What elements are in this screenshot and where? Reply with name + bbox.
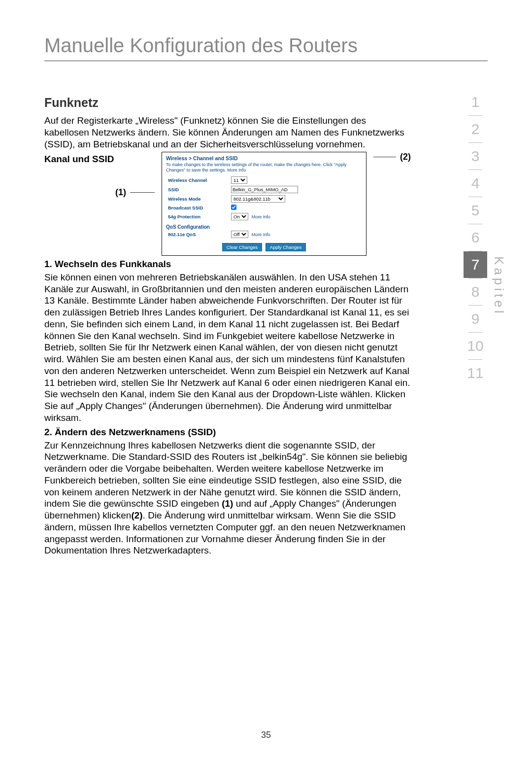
- section-intro-text: Auf der Registerkarte „Wireless" (Funkne…: [44, 115, 411, 150]
- sub2-callout-2: (2): [131, 510, 142, 520]
- router-settings-table: Wireless Channel 11 SSID Wireless Mode: [166, 175, 362, 221]
- chapter-number-9[interactable]: 9: [464, 306, 487, 332]
- figure-left-column: Kanal und SSID (1): [44, 152, 155, 198]
- subheading-1: 1. Wechseln des Funkkanals: [44, 259, 411, 270]
- page-number: 35: [0, 730, 532, 740]
- chapter-number-10[interactable]: 10: [464, 333, 487, 359]
- chapter-number-1[interactable]: 1: [464, 89, 487, 115]
- chapter-number-8[interactable]: 8: [464, 278, 487, 305]
- sub2-callout-1: (1): [222, 498, 233, 509]
- clear-changes-button[interactable]: Clear Changes: [222, 243, 262, 251]
- callout-1-label: (1): [115, 187, 126, 198]
- router-hint-text: To make changes to the wireless settings…: [166, 162, 362, 173]
- callout-2: (2): [373, 152, 411, 183]
- callout-2-label: (2): [400, 152, 411, 162]
- sub2-body: Zur Kennzeichnung Ihres kabellosen Netzw…: [44, 440, 411, 557]
- sub1-body: Sie können einen von mehreren Betriebska…: [44, 272, 411, 424]
- chapter-number-6[interactable]: 6: [464, 224, 487, 251]
- chapter-number-7[interactable]: 7: [464, 251, 487, 278]
- chapter-number-11[interactable]: 11: [464, 360, 487, 386]
- chapter-sidebar: 1234567891011 Kapitel: [464, 89, 506, 386]
- select-54g-protection[interactable]: On: [231, 213, 248, 220]
- callout-2-line: [373, 157, 396, 157]
- kanal-ssid-heading: Kanal und SSID: [44, 154, 155, 165]
- apply-changes-button[interactable]: Apply Changes: [266, 243, 306, 251]
- figure-row: Kanal und SSID (1) Wireless > Channel an…: [44, 152, 411, 256]
- select-wireless-channel[interactable]: 11: [231, 176, 247, 184]
- router-qos-table: 802.11e QoS Off More Info: [166, 230, 362, 239]
- router-admin-screenshot: Wireless > Channel and SSID To make chan…: [162, 152, 366, 256]
- chapter-number-list: 1234567891011: [464, 89, 487, 386]
- link-more-info-qos[interactable]: More Info: [252, 232, 270, 237]
- label-54g-protection: 54g Protection: [166, 212, 229, 221]
- checkbox-broadcast-ssid[interactable]: [231, 205, 236, 210]
- link-more-info-protection[interactable]: More Info: [252, 214, 270, 219]
- main-content: Funknetz Auf der Registerkarte „Wireless…: [44, 96, 411, 556]
- input-ssid[interactable]: [231, 186, 298, 193]
- page-title: Manuelle Konfiguration des Routers: [44, 35, 488, 61]
- label-wireless-channel: Wireless Channel: [166, 175, 229, 185]
- chapter-number-3[interactable]: 3: [464, 143, 487, 170]
- manual-page: Manuelle Konfiguration des Routers Funkn…: [0, 0, 532, 760]
- section-heading-funknetz: Funknetz: [44, 96, 411, 110]
- kapitel-label: Kapitel: [491, 256, 506, 316]
- label-wireless-mode: Wireless Mode: [166, 194, 229, 204]
- chapter-number-4[interactable]: 4: [464, 170, 487, 197]
- label-broadcast-ssid: Broadcast SSID: [166, 204, 229, 212]
- router-breadcrumb: Wireless > Channel and SSID: [166, 155, 362, 161]
- chapter-number-5[interactable]: 5: [464, 197, 487, 224]
- label-80211e-qos: 802.11e QoS: [166, 230, 229, 239]
- callout-1: (1): [44, 187, 155, 198]
- label-ssid: SSID: [166, 185, 229, 194]
- select-wireless-mode[interactable]: 802.11g&802.11b: [231, 195, 285, 203]
- callout-1-line: [130, 192, 155, 193]
- router-button-row: Clear Changes Apply Changes: [166, 243, 362, 251]
- qos-configuration-heading: QoS Configuration: [166, 224, 362, 230]
- subheading-2: 2. Ändern des Netzwerknamens (SSID): [44, 427, 411, 438]
- chapter-number-2[interactable]: 2: [464, 116, 487, 142]
- select-80211e-qos[interactable]: Off: [231, 231, 248, 238]
